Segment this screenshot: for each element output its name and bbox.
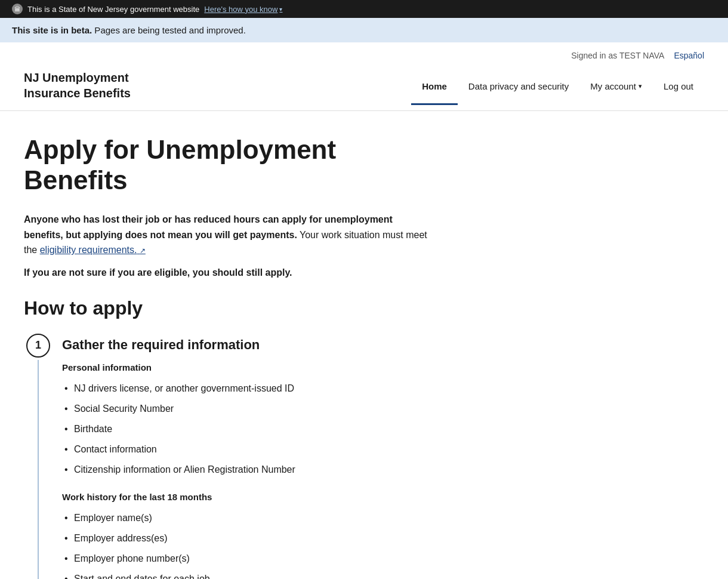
chevron-down-icon: ▾ bbox=[638, 82, 642, 90]
list-item: Start and end dates for each job bbox=[62, 569, 430, 579]
beta-banner: This site is in beta. Pages are being te… bbox=[0, 18, 728, 42]
list-item: Citizenship information or Alien Registr… bbox=[62, 460, 430, 480]
gov-banner-text: This is a State of New Jersey government… bbox=[27, 5, 199, 14]
beta-text: Pages are being tested and improved. bbox=[92, 25, 246, 35]
main-nav: Home Data privacy and security My accoun… bbox=[411, 69, 704, 104]
chevron-down-icon: ▾ bbox=[279, 6, 282, 13]
step-number: 1 bbox=[26, 334, 50, 358]
list-item: Birthdate bbox=[62, 419, 430, 439]
nav-data-privacy[interactable]: Data privacy and security bbox=[458, 69, 579, 105]
gov-banner: 🏛 This is a State of New Jersey governme… bbox=[0, 0, 728, 18]
header-bottom: NJ Unemployment Insurance Benefits Home … bbox=[24, 63, 704, 110]
step-left: 1 bbox=[24, 334, 53, 579]
how-to-apply-heading: How to apply bbox=[24, 297, 430, 319]
site-header: Signed in as TEST NAVA Español NJ Unempl… bbox=[0, 42, 728, 111]
list-item: Employer address(es) bbox=[62, 528, 430, 549]
list-item: NJ drivers license, or another governmen… bbox=[62, 378, 430, 399]
step-content: Gather the required information Personal… bbox=[53, 334, 430, 579]
step-line bbox=[38, 360, 39, 579]
nav-home[interactable]: Home bbox=[411, 69, 458, 105]
nav-log-out[interactable]: Log out bbox=[653, 69, 704, 105]
work-history-heading: Work history for the last 18 months bbox=[62, 492, 430, 502]
list-item: Social Security Number bbox=[62, 399, 430, 419]
header-top: Signed in as TEST NAVA Español bbox=[24, 42, 704, 63]
list-item: Employer name(s) bbox=[62, 508, 430, 528]
page-title: Apply for Unemployment Benefits bbox=[24, 135, 430, 195]
main-content: Apply for Unemployment Benefits Anyone w… bbox=[0, 111, 454, 579]
personal-info-list: NJ drivers license, or another governmen… bbox=[62, 378, 430, 480]
step-heading: Gather the required information bbox=[62, 334, 430, 353]
eligibility-note: If you are not sure if you are eligible,… bbox=[24, 267, 430, 278]
how-know-link[interactable]: Here's how you know ▾ bbox=[204, 5, 282, 14]
eligibility-link[interactable]: eligibility requirements. ↗ bbox=[40, 245, 146, 255]
list-item: Contact information bbox=[62, 439, 430, 460]
nj-seal-icon: 🏛 bbox=[12, 4, 23, 14]
beta-bold: This site is in beta. bbox=[12, 25, 92, 35]
signed-in-text: Signed in as TEST NAVA bbox=[571, 51, 664, 60]
site-title: NJ Unemployment Insurance Benefits bbox=[24, 63, 131, 110]
nav-my-account[interactable]: My account ▾ bbox=[579, 69, 653, 105]
step-1: 1 Gather the required information Person… bbox=[24, 334, 430, 579]
intro-paragraph: Anyone who has lost their job or has red… bbox=[24, 212, 430, 258]
personal-info-heading: Personal information bbox=[62, 362, 430, 372]
work-history-list: Employer name(s) Employer address(es) Em… bbox=[62, 508, 430, 579]
list-item: Employer phone number(s) bbox=[62, 549, 430, 569]
external-link-icon: ↗ bbox=[140, 247, 146, 255]
espanol-link[interactable]: Español bbox=[674, 51, 704, 60]
